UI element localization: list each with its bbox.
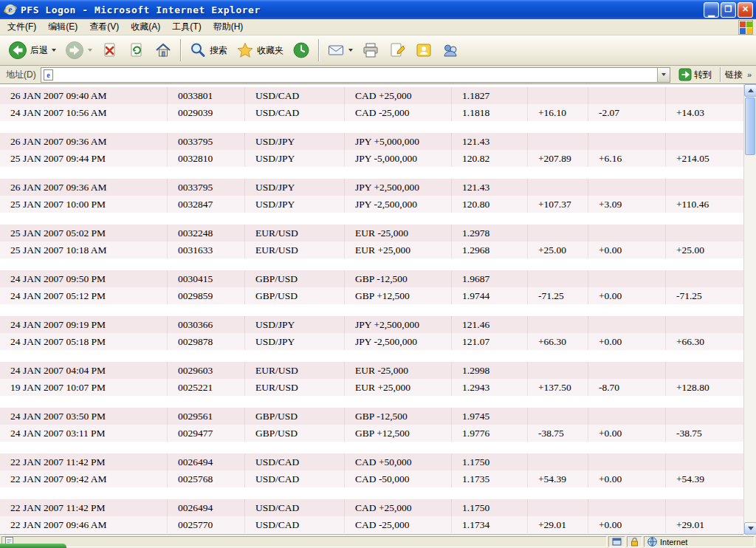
cell-price: 1.2943 xyxy=(451,379,527,396)
menu-help[interactable]: 帮助(H) xyxy=(207,19,250,35)
menu-tools[interactable]: 工具(T) xyxy=(166,19,207,35)
scrollbar-thumb[interactable] xyxy=(745,97,755,155)
favorites-button[interactable]: 收藏夹 xyxy=(233,38,287,63)
table-row: 22 JAN 2007 09:42 AM0025768USD/CADCAD -5… xyxy=(0,470,743,487)
cell-pair: GBP/USD xyxy=(244,270,344,287)
address-input[interactable]: e xyxy=(41,67,670,83)
cell-price: 121.46 xyxy=(451,316,527,333)
forward-button[interactable] xyxy=(61,38,96,63)
address-bar: 地址(D) e 转到 链接 » xyxy=(0,66,756,84)
cell-price: 121.07 xyxy=(451,333,527,350)
table-row: 24 JAN 2007 09:19 PM0030366USD/JPYJPY +2… xyxy=(0,316,743,333)
ie-icon: e xyxy=(4,3,17,16)
menu-favorites[interactable]: 收藏(A) xyxy=(125,19,166,35)
cell-datetime: 24 JAN 2007 05:18 PM xyxy=(0,333,167,350)
table-row: 24 JAN 2007 10:56 AM0029039USD/CADCAD -2… xyxy=(0,104,743,121)
stop-button[interactable] xyxy=(97,38,123,63)
group-separator xyxy=(0,396,743,408)
table-row: 24 JAN 2007 03:50 PM0029561GBP/USDGBP -1… xyxy=(0,408,743,425)
svg-text:e: e xyxy=(47,71,50,79)
forward-icon xyxy=(65,41,84,60)
cell-datetime: 26 JAN 2007 09:36 AM xyxy=(0,133,167,150)
cell-datetime: 26 JAN 2007 09:40 AM xyxy=(0,87,167,104)
cell-datetime: 22 JAN 2007 11:42 PM xyxy=(0,499,167,516)
go-label: 转到 xyxy=(694,69,712,81)
messenger-button[interactable] xyxy=(411,38,436,63)
menu-edit[interactable]: 编辑(E) xyxy=(42,19,83,35)
edit-icon xyxy=(388,41,406,59)
trade-table: 26 JAN 2007 09:40 AM0033801USD/CADCAD +2… xyxy=(0,84,743,535)
status-zone-panel: Internet xyxy=(644,536,755,547)
discuss-button[interactable] xyxy=(438,38,463,63)
page-content: 26 JAN 2007 09:40 AM0033801USD/CADCAD +2… xyxy=(0,84,756,535)
cell-interest xyxy=(588,362,665,379)
menu-file[interactable]: 文件(F) xyxy=(1,19,42,35)
cell-order_no: 0029859 xyxy=(167,287,244,304)
status-progress-panel xyxy=(608,536,625,547)
close-button[interactable]: ✕ xyxy=(738,2,753,18)
cell-order_no: 0026494 xyxy=(167,499,244,516)
vertical-scrollbar[interactable] xyxy=(743,84,756,535)
cell-interest xyxy=(588,87,665,104)
links-label[interactable]: 链接 xyxy=(725,69,743,81)
back-button[interactable]: 后退 xyxy=(4,38,60,63)
windows-logo-icon xyxy=(738,20,753,35)
cell-pair: EUR/USD xyxy=(244,225,344,242)
go-icon xyxy=(678,68,692,81)
refresh-button[interactable] xyxy=(124,38,149,63)
cell-net: -38.75 xyxy=(665,425,743,442)
group-separator xyxy=(0,167,743,179)
back-dropdown-icon[interactable] xyxy=(52,49,56,52)
cell-datetime: 26 JAN 2007 09:36 AM xyxy=(0,179,167,196)
address-dropdown-button[interactable] xyxy=(657,68,670,82)
cell-amount: JPY +2,500,000 xyxy=(344,179,451,196)
go-button[interactable]: 转到 xyxy=(675,67,715,82)
table-row: 25 JAN 2007 10:18 AM0031633EUR/USDEUR +2… xyxy=(0,242,743,258)
menu-view[interactable]: 查看(V) xyxy=(83,19,125,35)
cell-interest: -8.70 xyxy=(588,379,665,396)
history-icon xyxy=(292,41,310,59)
cell-gross xyxy=(527,179,588,196)
cell-price: 1.1818 xyxy=(451,104,527,121)
cell-datetime: 25 JAN 2007 10:00 PM xyxy=(0,196,167,213)
back-icon xyxy=(8,41,27,60)
group-separator xyxy=(0,213,743,225)
browser-window: e PFS Logon - Microsoft Internet Explore… xyxy=(0,0,756,548)
minimize-button[interactable]: ▁ xyxy=(704,2,719,18)
cell-gross: +16.10 xyxy=(527,104,588,121)
cell-amount: EUR +25,000 xyxy=(344,242,451,258)
cell-price: 1.2978 xyxy=(451,225,527,242)
cell-order_no: 0032810 xyxy=(167,150,244,167)
home-button[interactable] xyxy=(151,38,176,63)
cell-net xyxy=(665,87,743,104)
cell-price: 1.9745 xyxy=(451,408,527,425)
print-button[interactable] xyxy=(358,38,383,63)
cell-pair: USD/JPY xyxy=(244,150,344,167)
maximize-button[interactable]: ❐ xyxy=(721,2,736,18)
cell-datetime: 24 JAN 2007 10:56 AM xyxy=(0,104,167,121)
cell-order_no: 0029477 xyxy=(167,425,244,442)
links-chevron-icon[interactable]: » xyxy=(747,70,753,79)
lock-icon xyxy=(630,537,639,547)
edit-button[interactable] xyxy=(385,38,410,63)
scroll-down-button[interactable] xyxy=(744,522,756,535)
mail-dropdown-icon[interactable] xyxy=(348,49,353,52)
table-row: 19 JAN 2007 10:07 PM0025221EUR/USDEUR +2… xyxy=(0,379,743,396)
cell-amount: GBP +12,500 xyxy=(344,425,451,442)
table-row: 22 JAN 2007 11:42 PM0026494USD/CADCAD +5… xyxy=(0,453,743,470)
cell-net xyxy=(665,408,743,425)
forward-dropdown-icon[interactable] xyxy=(88,49,92,52)
scroll-up-button[interactable] xyxy=(744,84,756,97)
group-separator xyxy=(0,487,743,499)
start-button-sliver[interactable] xyxy=(0,544,66,548)
cell-datetime: 24 JAN 2007 04:04 PM xyxy=(0,362,167,379)
cell-order_no: 0026494 xyxy=(167,453,244,470)
cell-pair: USD/CAD xyxy=(244,453,344,470)
cell-amount: CAD +50,000 xyxy=(344,453,451,470)
history-button[interactable] xyxy=(289,38,314,63)
cell-order_no: 0029603 xyxy=(167,362,244,379)
group-separator xyxy=(0,258,743,270)
window-title: PFS Logon - Microsoft Internet Explorer xyxy=(21,4,702,16)
search-button[interactable]: 搜索 xyxy=(185,38,231,63)
mail-button[interactable] xyxy=(323,38,357,63)
